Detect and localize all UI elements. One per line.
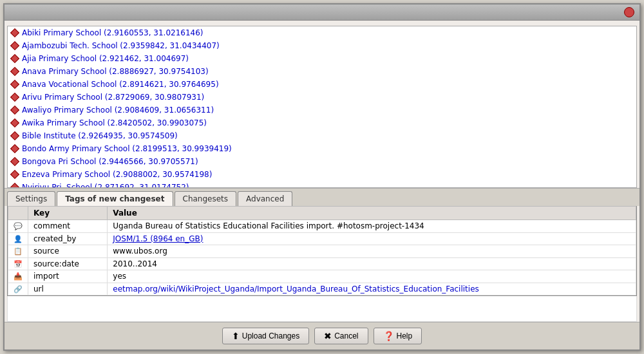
node-icon <box>10 183 19 188</box>
tab-changesets[interactable]: Changesets <box>175 191 237 206</box>
node-icon <box>10 93 19 102</box>
key-cell: source:date <box>28 257 108 270</box>
list-item[interactable]: Abiki Primary School (2.9160553, 31.0216… <box>8 26 636 39</box>
value-cell: Uganda Bureau of Statistics Educational … <box>108 220 636 233</box>
key-cell: source <box>28 245 108 258</box>
title-bar <box>5 5 639 21</box>
node-icon <box>10 80 19 89</box>
key-cell: import <box>28 270 108 283</box>
tab-advanced[interactable]: Advanced <box>238 191 292 206</box>
tag-table: Key Value 💬 comment Uganda Bureau of Sta… <box>8 206 636 295</box>
node-icon <box>10 106 19 115</box>
row-icon-cell: 📥 <box>8 270 28 283</box>
row-icon-cell: 📅 <box>8 257 28 270</box>
node-icon <box>10 28 19 37</box>
list-item[interactable]: Ajia Primary School (2.921462, 31.004697… <box>8 52 636 65</box>
node-icon <box>10 157 19 166</box>
value-cell: JOSM/1.5 (8964 en_GB) <box>108 232 636 245</box>
value-cell: eetmap.org/wiki/WikiProject_Uganda/Impor… <box>108 283 636 295</box>
node-icon <box>10 41 19 50</box>
value-cell: www.ubos.org <box>108 245 636 258</box>
cancel-button[interactable]: ✖Cancel <box>314 328 368 344</box>
table-row[interactable]: 👤 created_by JOSM/1.5 (8964 en_GB) <box>8 232 636 245</box>
key-cell: comment <box>28 220 108 233</box>
help-icon: ❓ <box>383 331 394 341</box>
table-row[interactable]: 📅 source:date 2010..2014 <box>8 257 636 270</box>
list-item[interactable]: Bondo Army Primary School (2.8199513, 30… <box>8 142 636 155</box>
tab-tags-of-new-changeset[interactable]: Tags of new changeset <box>57 191 173 206</box>
node-icon <box>10 67 19 76</box>
objects-list[interactable]: Abiki Primary School (2.9160553, 31.0216… <box>7 26 637 188</box>
list-item[interactable]: Ajambozubi Tech. School (2.9359842, 31.0… <box>8 39 636 52</box>
list-item[interactable]: Bongova Pri School (2.9446566, 30.970557… <box>8 155 636 168</box>
row-icon-cell: 👤 <box>8 232 28 245</box>
help-button[interactable]: ❓Help <box>374 328 422 344</box>
main-content: Abiki Primary School (2.9160553, 31.0216… <box>5 26 639 322</box>
key-cell: url <box>28 283 108 295</box>
user-icon: 👤 <box>14 234 23 243</box>
tab-settings[interactable]: Settings <box>7 191 55 206</box>
node-icon <box>10 54 19 63</box>
upload-button[interactable]: ⬆Upload Changes <box>222 328 309 344</box>
list-item[interactable]: Arivu Primary School (2.8729069, 30.9807… <box>8 91 636 104</box>
upload-icon: ⬆ <box>232 331 240 341</box>
value-cell: 2010..2014 <box>108 257 636 270</box>
upload-dialog: Abiki Primary School (2.9160553, 31.0216… <box>3 3 641 351</box>
list-item[interactable]: Nyirivu Pri. School (2.871692, 31.017475… <box>8 181 636 188</box>
key-cell: created_by <box>28 232 108 245</box>
key-column-header: Key <box>28 207 108 220</box>
node-icon <box>10 144 19 153</box>
url-icon: 🔗 <box>14 284 23 293</box>
row-icon-cell: 🔗 <box>8 283 28 295</box>
list-item[interactable]: Anava Vocational School (2.8914621, 30.9… <box>8 78 636 91</box>
table-row[interactable]: 🔗 url eetmap.org/wiki/WikiProject_Uganda… <box>8 283 636 295</box>
top-list-area: Abiki Primary School (2.9160553, 31.0216… <box>5 26 639 188</box>
table-row[interactable]: 📋 source www.ubos.org <box>8 245 636 258</box>
comment-icon: 💬 <box>14 222 23 231</box>
tab-content: Key Value 💬 comment Uganda Bureau of Sta… <box>7 206 637 296</box>
node-icon <box>10 170 19 179</box>
node-icon <box>10 131 19 140</box>
table-row[interactable]: 💬 comment Uganda Bureau of Statistics Ed… <box>8 220 636 233</box>
tabs-bar: SettingsTags of new changesetChangesetsA… <box>5 188 639 206</box>
row-icon-cell: 📋 <box>8 245 28 258</box>
import-icon: 📥 <box>14 272 23 281</box>
value-column-header: Value <box>108 207 636 220</box>
source-icon: 📋 <box>14 247 23 256</box>
table-row[interactable]: 📥 import yes <box>8 270 636 283</box>
list-item[interactable]: Awika Primary School (2.8420502, 30.9903… <box>8 116 636 129</box>
list-item[interactable]: Bible Institute (2.9264935, 30.9574509) <box>8 129 636 142</box>
value-cell: yes <box>108 270 636 283</box>
row-icon-cell: 💬 <box>8 220 28 233</box>
empty-area <box>7 296 637 322</box>
close-button[interactable] <box>624 7 634 17</box>
date-icon: 📅 <box>14 259 23 268</box>
node-icon <box>10 118 19 127</box>
list-item[interactable]: Anava Primary School (2.8886927, 30.9754… <box>8 65 636 78</box>
objects-count-label <box>5 21 639 26</box>
list-item[interactable]: Enzeva Primary School (2.9088002, 30.957… <box>8 168 636 181</box>
icon-column-header <box>8 207 28 220</box>
cancel-icon: ✖ <box>324 331 332 341</box>
bottom-buttons: ⬆Upload Changes✖Cancel❓Help <box>5 322 639 349</box>
list-item[interactable]: Awaliyo Primary School (2.9084609, 31.06… <box>8 104 636 116</box>
